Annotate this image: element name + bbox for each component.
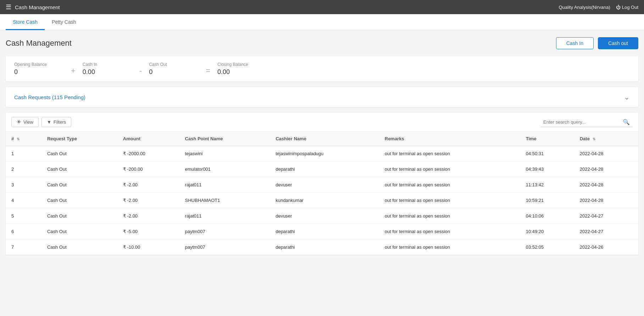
filters-button[interactable]: ▼ Filters [41,117,71,127]
app-title: Cash Management [15,4,60,10]
cell-request-type: Cash Out [41,193,117,208]
cell-amount: ₹ -10.00 [117,239,179,255]
cell-cash-point: paytm007 [179,239,270,255]
cell-remarks: out for terminal as open session [379,208,520,224]
col-request-type: Request Type [41,132,117,146]
cell-cashier: tejaswinimpospaladugu [270,146,379,162]
col-cash-point: Cash Point Name [179,132,270,146]
cell-date: 2022-04-28 [574,177,638,193]
cell-id: 2 [6,162,41,177]
cell-date: 2022-04-27 [574,208,638,224]
cell-remarks: out for terminal as open session [379,224,520,239]
cell-time: 04:50:31 [520,146,574,162]
closing-balance: Closing Balance 0.00 [217,62,267,76]
logout-button[interactable]: ⏻ Log Out [616,5,638,10]
cell-id: 4 [6,193,41,208]
cell-cash-point: SHUBHAMAOT1 [179,193,270,208]
closing-balance-label: Closing Balance [217,62,267,67]
cell-id: 5 [6,208,41,224]
cell-cashier: deparathi [270,162,379,177]
cell-date: 2022-04-26 [574,239,638,255]
nav-right: Quality Analysis(Nirvana) ⏻ Log Out [559,5,638,10]
cell-date: 2022-04-28 [574,193,638,208]
cell-time: 04:39:43 [520,162,574,177]
cash-in-button[interactable]: Cash In [556,37,594,49]
minus-operator: - [139,63,142,75]
cash-requests-card[interactable]: Cash Requests (115 Pending) ⌄ [6,87,638,107]
cell-time: 04:10:06 [520,208,574,224]
opening-balance: Opening Balance 0 [14,62,64,76]
cell-date: 2022-04-27 [574,224,638,239]
tab-store-cash[interactable]: Store Cash [6,14,45,30]
header-buttons: Cash In Cash out [556,37,638,49]
table-row: 1 Cash Out ₹ -2000.00 tejaswini tejaswin… [6,146,638,162]
filter-icon: ▼ [47,119,51,125]
cell-time: 03:52:05 [520,239,574,255]
cell-date: 2022-04-28 [574,146,638,162]
balance-card: Opening Balance 0 + Cash In 0.00 - Cash … [6,56,638,81]
cell-cash-point: tejaswini [179,146,270,162]
cash-out-button[interactable]: Cash out [598,37,638,49]
col-remarks: Remarks [379,132,520,146]
cell-amount: ₹ -2.00 [117,177,179,193]
hamburger-icon[interactable]: ☰ [6,3,11,11]
cell-id: 3 [6,177,41,193]
cell-date: 2022-04-28 [574,162,638,177]
toolbar-left: 👁 View ▼ Filters [11,117,71,127]
tab-petty-cash[interactable]: Petty Cash [45,14,83,30]
date-sort-icon: ⇅ [593,137,595,141]
tab-bar: Store Cash Petty Cash [0,14,644,30]
sort-icon: ⇅ [17,137,20,141]
cell-cashier: deparathi [270,239,379,255]
cell-time: 11:13:42 [520,177,574,193]
cash-in-value: 0.00 [83,68,132,76]
user-label: Quality Analysis(Nirvana) [559,5,610,10]
cash-in-label: Cash In [83,62,132,67]
cell-remarks: out for terminal as open session [379,193,520,208]
page-header: Cash Management Cash In Cash out [6,37,638,49]
cell-remarks: out for terminal as open session [379,146,520,162]
cell-request-type: Cash Out [41,146,117,162]
cell-cashier: devuser [270,177,379,193]
cell-amount: ₹ -2.00 [117,193,179,208]
main-content: Cash Management Cash In Cash out Opening… [0,30,644,262]
table-row: 5 Cash Out ₹ -2.00 rajat011 devuser out … [6,208,638,224]
eye-icon: 👁 [17,119,21,125]
col-id: # ⇅ [6,132,41,146]
col-time: Time [520,132,574,146]
cell-amount: ₹ -5.00 [117,224,179,239]
cell-cash-point: rajat011 [179,208,270,224]
search-box: 🔍 [540,117,633,127]
cash-requests-pending: (115 Pending) [52,94,85,100]
cell-remarks: out for terminal as open session [379,239,520,255]
chevron-down-icon: ⌄ [624,93,630,101]
cell-id: 7 [6,239,41,255]
cell-id: 1 [6,146,41,162]
cash-in-balance: Cash In 0.00 [83,62,132,76]
col-cashier: Cashier Name [270,132,379,146]
cell-time: 10:49:20 [520,224,574,239]
cell-cash-point: paytm007 [179,224,270,239]
table-card: 👁 View ▼ Filters 🔍 # ⇅ Request Type Amou… [6,113,638,255]
cell-remarks: out for terminal as open session [379,177,520,193]
cell-cash-point: rajat011 [179,177,270,193]
cell-remarks: out for terminal as open session [379,162,520,177]
cash-out-balance: Cash Out 0 [149,62,199,76]
col-amount: Amount [117,132,179,146]
nav-left: ☰ Cash Management [6,3,60,11]
page-title: Cash Management [6,39,72,48]
cell-cashier: devuser [270,208,379,224]
search-icon: 🔍 [623,119,630,125]
cell-amount: ₹ -200.00 [117,162,179,177]
table-row: 6 Cash Out ₹ -5.00 paytm007 deparathi ou… [6,224,638,239]
cell-amount: ₹ -2000.00 [117,146,179,162]
cash-out-label: Cash Out [149,62,199,67]
col-date: Date ⇅ [574,132,638,146]
cash-out-value: 0 [149,68,199,76]
cell-request-type: Cash Out [41,208,117,224]
cell-id: 6 [6,224,41,239]
view-button[interactable]: 👁 View [11,117,39,127]
opening-balance-value: 0 [14,68,64,76]
search-input[interactable] [543,119,623,125]
cell-cashier: kundankumar [270,193,379,208]
